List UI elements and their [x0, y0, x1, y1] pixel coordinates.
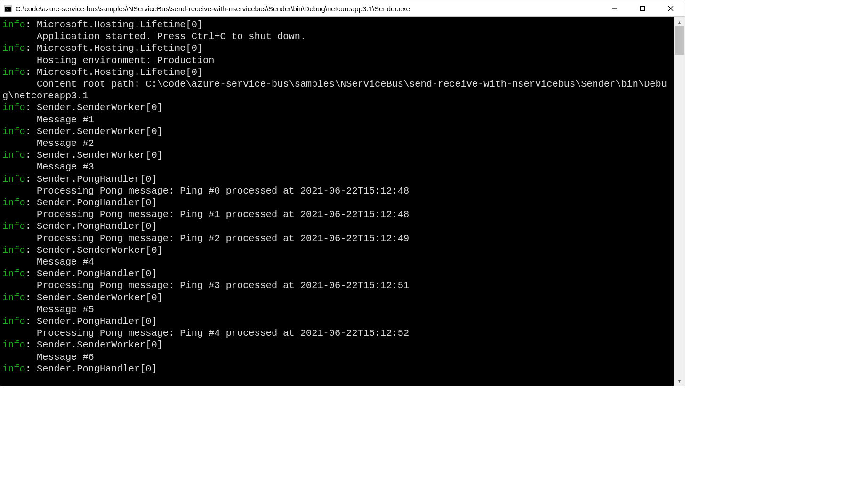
- app-icon: >_: [4, 5, 12, 12]
- log-level: info: [2, 150, 25, 161]
- log-line: info: Sender.PongHandler[0]: [2, 315, 672, 327]
- log-line: info: Sender.PongHandler[0]: [2, 220, 672, 232]
- log-line: info: Sender.PongHandler[0]: [2, 363, 672, 375]
- log-body: Application started. Press Ctrl+C to shu…: [2, 31, 672, 42]
- maximize-icon: [640, 6, 645, 11]
- log-source: : Sender.SenderWorker[0]: [25, 102, 163, 113]
- log-level: info: [2, 316, 25, 327]
- minimize-icon: [611, 6, 617, 11]
- close-button[interactable]: [657, 0, 685, 16]
- log-source: : Sender.PongHandler[0]: [25, 174, 157, 185]
- log-source: : Microsoft.Hosting.Lifetime[0]: [25, 43, 203, 54]
- vertical-scrollbar[interactable]: ▴ ▾: [674, 17, 685, 386]
- log-body: Message #4: [2, 256, 672, 268]
- window-controls: [600, 0, 685, 16]
- console-output[interactable]: info: Microsoft.Hosting.Lifetime[0] Appl…: [0, 17, 674, 386]
- titlebar[interactable]: >_ C:\code\azure-service-bus\samples\NSe…: [0, 0, 685, 17]
- log-source: : Sender.SenderWorker[0]: [25, 339, 163, 350]
- svg-rect-4: [641, 7, 645, 11]
- console-window: >_ C:\code\azure-service-bus\samples\NSe…: [0, 0, 685, 386]
- log-body: Hosting environment: Production: [2, 55, 672, 66]
- log-line: info: Microsoft.Hosting.Lifetime[0]: [2, 42, 672, 54]
- log-level: info: [2, 102, 25, 113]
- log-source: : Microsoft.Hosting.Lifetime[0]: [25, 19, 203, 30]
- close-icon: [668, 6, 674, 11]
- log-source: : Sender.SenderWorker[0]: [25, 150, 163, 161]
- maximize-button[interactable]: [628, 0, 657, 16]
- log-source: : Sender.PongHandler[0]: [25, 316, 157, 327]
- chevron-down-icon: ▾: [678, 379, 681, 384]
- log-line: info: Sender.SenderWorker[0]: [2, 126, 672, 137]
- log-body: Message #6: [2, 351, 672, 363]
- log-body: Processing Pong message: Ping #0 process…: [2, 185, 672, 197]
- console-client-area: info: Microsoft.Hosting.Lifetime[0] Appl…: [0, 17, 685, 386]
- log-level: info: [2, 197, 25, 208]
- minimize-button[interactable]: [600, 0, 628, 16]
- log-level: info: [2, 19, 25, 30]
- log-level: info: [2, 268, 25, 279]
- log-body: Processing Pong message: Ping #2 process…: [2, 233, 672, 244]
- log-source: : Sender.PongHandler[0]: [25, 268, 157, 279]
- log-line: info: Sender.PongHandler[0]: [2, 197, 672, 209]
- log-level: info: [2, 67, 25, 78]
- log-level: info: [2, 43, 25, 54]
- log-line: info: Sender.PongHandler[0]: [2, 173, 672, 185]
- chevron-up-icon: ▴: [678, 19, 681, 24]
- log-source: : Sender.SenderWorker[0]: [25, 126, 163, 137]
- scroll-thumb[interactable]: [675, 26, 684, 55]
- log-body: Message #5: [2, 304, 672, 315]
- log-source: : Microsoft.Hosting.Lifetime[0]: [25, 67, 203, 78]
- log-level: info: [2, 126, 25, 137]
- log-line: info: Sender.PongHandler[0]: [2, 268, 672, 280]
- log-line: info: Microsoft.Hosting.Lifetime[0]: [2, 66, 672, 78]
- log-body: Message #1: [2, 114, 672, 126]
- log-level: info: [2, 174, 25, 185]
- log-level: info: [2, 363, 25, 374]
- log-line: info: Sender.SenderWorker[0]: [2, 244, 672, 256]
- scroll-down-button[interactable]: ▾: [674, 376, 685, 386]
- log-body: Message #3: [2, 161, 672, 173]
- svg-text:>_: >_: [6, 7, 10, 12]
- log-body: Content root path: C:\code\azure-service…: [2, 78, 672, 102]
- log-level: info: [2, 221, 25, 232]
- log-line: info: Sender.SenderWorker[0]: [2, 149, 672, 161]
- log-source: : Sender.PongHandler[0]: [25, 221, 157, 232]
- log-line: info: Sender.SenderWorker[0]: [2, 102, 672, 113]
- log-level: info: [2, 339, 25, 350]
- log-body: Processing Pong message: Ping #1 process…: [2, 209, 672, 220]
- log-body: Processing Pong message: Ping #4 process…: [2, 327, 672, 339]
- log-line: info: Sender.SenderWorker[0]: [2, 339, 672, 351]
- log-line: info: Microsoft.Hosting.Lifetime[0]: [2, 19, 672, 31]
- scroll-track[interactable]: [674, 26, 685, 376]
- log-source: : Sender.SenderWorker[0]: [25, 245, 163, 256]
- log-level: info: [2, 245, 25, 256]
- log-source: : Sender.PongHandler[0]: [25, 197, 157, 208]
- window-title: C:\code\azure-service-bus\samples\NServi…: [16, 5, 600, 13]
- log-body: Message #2: [2, 137, 672, 149]
- log-body: Processing Pong message: Ping #3 process…: [2, 280, 672, 291]
- log-level: info: [2, 292, 25, 303]
- scroll-up-button[interactable]: ▴: [674, 17, 685, 26]
- log-source: : Sender.PongHandler[0]: [25, 363, 157, 374]
- log-source: : Sender.SenderWorker[0]: [25, 292, 163, 303]
- log-line: info: Sender.SenderWorker[0]: [2, 292, 672, 304]
